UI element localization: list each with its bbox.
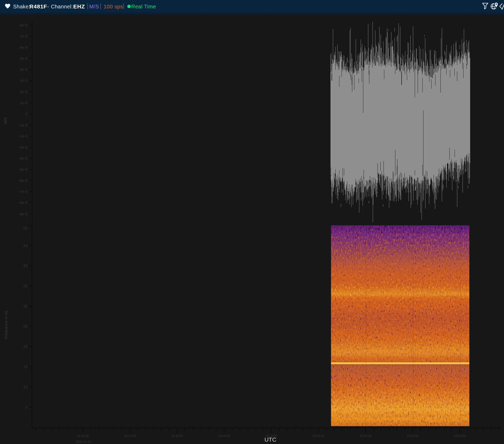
svg-text:0: 0 xyxy=(25,112,28,116)
svg-text:15:17:00: 15:17:00 xyxy=(124,434,136,437)
svg-text:2e-5: 2e-5 xyxy=(20,90,28,94)
svg-text:-2e-5: -2e-5 xyxy=(18,134,28,138)
svg-text:7e-5: 7e-5 xyxy=(20,34,28,38)
svg-text:8e-5: 8e-5 xyxy=(20,23,28,27)
svg-text:2025-10-16: 2025-10-16 xyxy=(76,440,91,443)
svg-text:-6e-5: -6e-5 xyxy=(18,178,28,183)
svg-text:-8e-5: -8e-5 xyxy=(18,200,28,205)
svg-text:45: 45 xyxy=(23,243,28,248)
svg-text:-1e-5: -1e-5 xyxy=(18,123,28,127)
svg-text:-4e-5: -4e-5 xyxy=(18,156,28,160)
svg-text:-7e-5: -7e-5 xyxy=(18,189,28,194)
svg-text:10: 10 xyxy=(23,385,28,389)
svg-text:Frequency in Hz: Frequency in Hz xyxy=(4,310,8,339)
svg-text:25: 25 xyxy=(23,324,28,328)
svg-text:30: 30 xyxy=(23,304,28,308)
svg-text:15:19:00: 15:19:00 xyxy=(218,434,230,437)
svg-text:5e-5: 5e-5 xyxy=(20,56,28,61)
svg-text:M/S: M/S xyxy=(3,117,8,124)
svg-text:3e-5: 3e-5 xyxy=(20,78,28,83)
svg-text:15:21:00: 15:21:00 xyxy=(313,434,324,437)
svg-text:UTC: UTC xyxy=(264,436,276,443)
svg-text:15: 15 xyxy=(23,364,28,369)
svg-text:-9e-5: -9e-5 xyxy=(18,212,28,216)
svg-text:15:22:00: 15:22:00 xyxy=(360,434,371,437)
svg-text:40: 40 xyxy=(23,263,28,268)
svg-text:6e-5: 6e-5 xyxy=(20,45,28,50)
svg-text:5: 5 xyxy=(25,405,28,409)
svg-text:35: 35 xyxy=(23,284,28,288)
svg-text:15:24:00: 15:24:00 xyxy=(454,434,466,437)
svg-text:-5e-5: -5e-5 xyxy=(18,167,28,172)
svg-text:-3e-5: -3e-5 xyxy=(18,145,28,149)
svg-text:15:23:00: 15:23:00 xyxy=(407,434,419,437)
svg-text:20: 20 xyxy=(23,344,28,349)
svg-text:15:16:00: 15:16:00 xyxy=(77,434,89,437)
svg-text:1e-5: 1e-5 xyxy=(20,101,28,105)
svg-text:15:18:00: 15:18:00 xyxy=(171,434,183,437)
svg-text:4e-5: 4e-5 xyxy=(20,67,28,72)
svg-text:50: 50 xyxy=(23,226,28,230)
